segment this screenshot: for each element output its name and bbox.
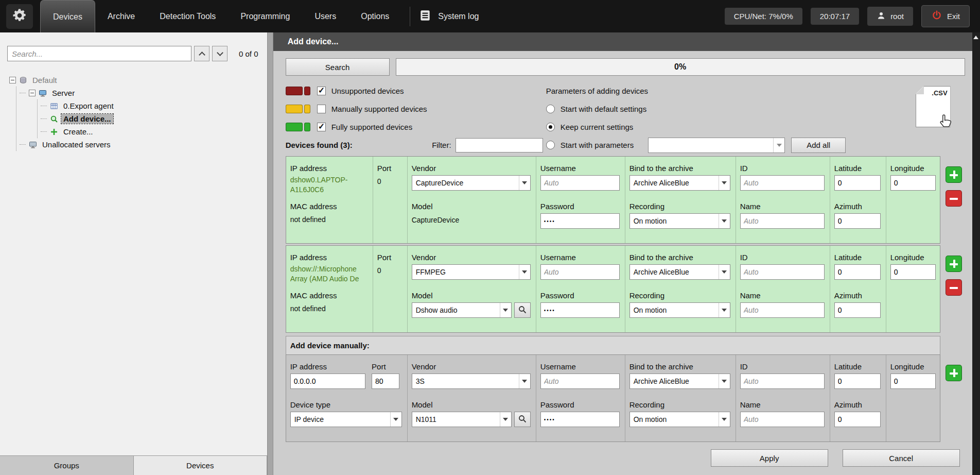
add-device-row-button[interactable] [946,166,962,183]
tree-search-input[interactable] [7,46,191,61]
id-input[interactable] [740,264,825,280]
latitude-input[interactable] [834,264,881,280]
vertical-scrollbar[interactable] [972,32,980,475]
fully-supported-checkbox[interactable] [317,123,326,131]
tab-detection-tools[interactable]: Detection Tools [147,0,228,32]
manual-vendor-dropdown[interactable]: 3S [412,374,531,389]
username-input[interactable] [540,175,620,191]
id-input[interactable] [740,175,825,191]
search-devices-button[interactable]: Search [286,58,390,76]
tree-node-export-agent[interactable]: 0.Export agent [41,99,267,112]
longitude-input[interactable] [890,264,936,280]
user-badge[interactable]: root [867,7,913,26]
tab-devices[interactable]: Devices [40,0,95,32]
settings-gear-button[interactable] [6,4,33,29]
model-search-button[interactable] [514,412,531,427]
remove-device-row-button[interactable] [946,190,962,207]
unsupported-checkbox[interactable] [317,87,326,95]
tree-node-unallocated-servers[interactable]: Unallocated servers [20,138,267,151]
manual-archive-dropdown[interactable]: Archive AliceBlue [629,374,730,389]
manual-recording-dropdown[interactable]: On motion [629,412,730,427]
manual-name-input[interactable] [740,412,825,427]
radio-icon[interactable] [546,141,555,149]
name-input[interactable] [740,213,825,229]
manual-longitude-input[interactable] [890,374,936,389]
cancel-button[interactable]: Cancel [843,449,960,467]
manual-azimuth-input[interactable] [834,412,881,427]
tree-node-add-device[interactable]: Add device... [41,112,267,125]
longitude-input[interactable] [890,175,936,191]
device-type-dropdown[interactable]: IP device [290,412,402,427]
mac-address-value: not defined [290,302,367,318]
device-filter-input[interactable] [456,138,543,152]
tree-node-unallocated-label: Unallocated servers [40,140,113,149]
tab-groups[interactable]: Groups [0,456,134,475]
manual-latitude-input[interactable] [834,374,881,389]
vendor-dropdown[interactable]: FFMPEG [412,264,531,280]
password-input[interactable] [540,302,620,318]
content-area: 0 of 0 Default Server [0,32,980,475]
manual-password-input[interactable] [540,412,620,427]
export-csv-button[interactable]: .CSV [916,86,951,127]
search-prev-button[interactable] [194,46,209,61]
ip-address-label: IP address [290,163,367,175]
radio-default-settings[interactable]: Start with default settings [546,100,846,118]
username-input[interactable] [540,264,620,280]
device-row-grid: IP address dshow0.LAPTOP-A1L6J0C6 MAC ad… [286,156,940,244]
mac-address-label: MAC address [290,290,367,302]
latitude-azimuth-cell: Latitude Azimuth [830,157,886,243]
radio-icon[interactable] [546,105,555,113]
exit-button[interactable]: Exit [921,5,970,27]
csv-label: .CSV [932,89,947,97]
radio-icon[interactable] [546,123,555,131]
remove-device-row-button[interactable] [946,279,962,296]
add-device-row-button[interactable] [946,256,962,272]
tree-node-create[interactable]: Create... [41,125,267,138]
collapse-toggle-icon[interactable] [9,77,16,83]
tree-node-default[interactable]: Default [9,74,267,87]
manual-port-input[interactable] [372,374,399,389]
support-filters: Unsupported devices Manually supported d… [286,82,543,154]
vendor-label: Vendor [412,163,531,175]
archive-dropdown[interactable]: Archive AliceBlue [629,175,730,191]
apply-button[interactable]: Apply [711,449,828,467]
azimuth-input[interactable] [834,213,881,229]
add-all-button[interactable]: Add all [791,138,846,153]
search-next-button[interactable] [212,46,227,61]
panel-title: Add device... [273,32,972,51]
manual-id-input[interactable] [740,374,825,389]
manually-supported-checkbox[interactable] [317,105,326,113]
vendor-dropdown[interactable]: CaptureDevice [412,175,531,191]
manual-row-grid: IP address Port Device type IP device [286,354,940,442]
tab-options[interactable]: Options [348,0,401,32]
ip-cell: IP address dshow0.LAPTOP-A1L6J0C6 MAC ad… [286,157,373,243]
system-log-button[interactable]: System log [418,9,479,24]
collapse-toggle-icon[interactable] [29,90,36,96]
latitude-input[interactable] [834,175,881,191]
recording-dropdown[interactable]: On motion [629,213,730,229]
recording-dropdown[interactable]: On motion [629,302,730,318]
manual-model-dropdown[interactable]: N1011 [412,412,512,427]
name-label: Name [740,201,825,213]
manual-username-input[interactable] [540,374,620,389]
model-dropdown[interactable]: Dshow audio [412,302,512,318]
tab-devices-bottom[interactable]: Devices [134,456,268,475]
tab-users[interactable]: Users [302,0,348,32]
radio-start-with-parameters[interactable]: Start with parameters Add all [546,136,846,154]
ip-address-label: IP address [290,361,365,374]
id-name-cell: ID Name [736,355,830,442]
parameters-preset-dropdown[interactable] [648,138,785,153]
archive-dropdown[interactable]: Archive AliceBlue [629,264,730,280]
tab-archive[interactable]: Archive [95,0,147,32]
radio-keep-current[interactable]: Keep current settings [546,118,846,136]
model-search-button[interactable] [514,302,531,318]
tab-programming[interactable]: Programming [228,0,302,32]
name-input[interactable] [740,302,825,318]
azimuth-input[interactable] [834,302,881,318]
password-input[interactable] [540,213,620,229]
scroll-up-icon[interactable] [973,36,978,39]
add-manual-device-button[interactable] [946,365,962,381]
manual-ip-input[interactable] [290,374,365,389]
mac-address-label: MAC address [290,201,367,213]
tree-node-server[interactable]: Server [20,87,267,99]
